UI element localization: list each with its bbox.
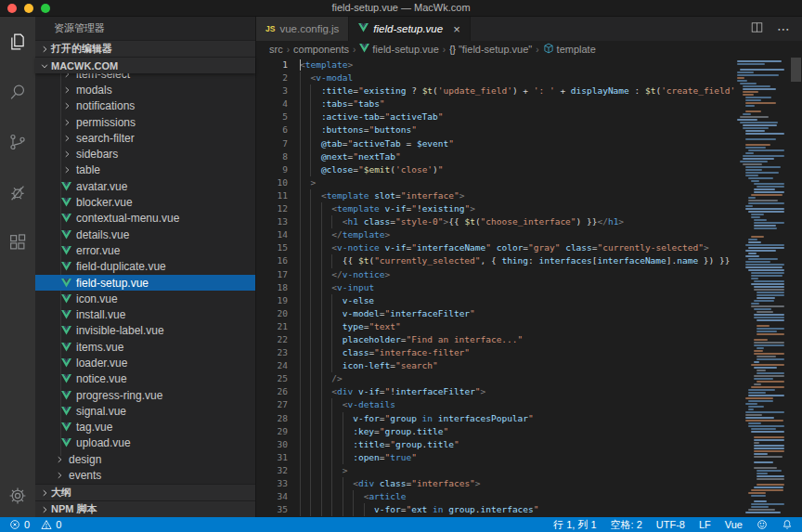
- code-line[interactable]: 27 <v-details: [256, 398, 734, 411]
- indent-guide: [331, 254, 332, 267]
- extensions-icon[interactable]: [0, 217, 35, 267]
- code-line[interactable]: 20 v-model="interfaceFilter": [256, 307, 734, 320]
- code-line[interactable]: 24 icon-left="search": [256, 359, 734, 372]
- tree-folder-design[interactable]: design: [35, 451, 255, 467]
- tree-file-signal.vue[interactable]: signal.vue: [35, 403, 255, 419]
- code-line[interactable]: 30 :title="group.title": [256, 438, 734, 451]
- explorer-icon[interactable]: [0, 17, 35, 67]
- tree-folder-notifications[interactable]: notifications: [35, 98, 255, 114]
- status-eol[interactable]: LF: [699, 519, 711, 530]
- code-line[interactable]: 9 @close="$emit('close')": [256, 163, 734, 176]
- code-line[interactable]: 13 <h1 class="style-0">{{ $t("choose_int…: [256, 215, 734, 228]
- breadcrumb-item--field-setup-vue-[interactable]: {}"field-setup.vue": [449, 44, 532, 55]
- workspace-root-section[interactable]: MACWK.COM: [35, 57, 255, 73]
- tree-file-field-duplicate.vue[interactable]: field-duplicate.vue: [35, 259, 255, 275]
- tree-file-details.vue[interactable]: details.vue: [35, 227, 255, 242]
- code-line[interactable]: 16 {{ $t("currently_selected", { thing: …: [256, 254, 734, 267]
- minimap[interactable]: [734, 58, 790, 517]
- tree-file-install.vue[interactable]: install.vue: [35, 306, 255, 322]
- tree-folder-item-select[interactable]: item-select: [35, 73, 255, 82]
- code-line[interactable]: 34 <article: [256, 490, 734, 503]
- code-line[interactable]: 21 type="text": [256, 320, 734, 333]
- tree-folder-table[interactable]: table: [35, 162, 255, 178]
- tree-folder-search-filter[interactable]: search-filter: [35, 130, 255, 146]
- tree-file-invisible-label.vue[interactable]: invisible-label.vue: [35, 323, 255, 339]
- code-line[interactable]: 26 <div v-if="!interfaceFilter">: [256, 385, 734, 398]
- code-line[interactable]: 14 </template>: [256, 228, 734, 241]
- code-line[interactable]: 28 v-for="group in interfacesPopular": [256, 412, 734, 425]
- breadcrumb-item-template[interactable]: template: [543, 43, 596, 56]
- tree-file-blocker.vue[interactable]: blocker.vue: [35, 194, 255, 210]
- code-line[interactable]: 29 :key="group.title": [256, 425, 734, 438]
- code-line[interactable]: 15 <v-notice v-if="interfaceName" color=…: [256, 241, 734, 254]
- npm-scripts-section[interactable]: NPM 脚本: [35, 500, 255, 517]
- code-line[interactable]: 18 <v-input: [256, 281, 734, 294]
- code-line[interactable]: 23 class="interface-filter": [256, 346, 734, 359]
- indent-guide: [300, 202, 301, 215]
- split-editor-icon[interactable]: [750, 20, 764, 38]
- code-line[interactable]: 1<template>: [256, 58, 734, 71]
- code-line[interactable]: 22 placeholder="Find an interface...": [256, 333, 734, 346]
- code-line[interactable]: 7 @tab="activeTab = $event": [256, 137, 734, 150]
- code-line[interactable]: 6 :buttons="buttons": [256, 123, 734, 136]
- code-line[interactable]: 4 :tabs="tabs": [256, 97, 734, 110]
- breadcrumb-item-components[interactable]: components: [293, 44, 349, 55]
- open-editors-section[interactable]: 打开的编辑器: [35, 40, 255, 57]
- code-line[interactable]: 2 <v-modal: [256, 71, 734, 84]
- search-icon[interactable]: [0, 67, 35, 117]
- indent-guide: [300, 150, 301, 163]
- tree-file-upload.vue[interactable]: upload.vue: [35, 435, 255, 451]
- tree-file-notice.vue[interactable]: notice.vue: [35, 371, 255, 387]
- run-debug-icon[interactable]: [0, 167, 35, 217]
- tree-file-items.vue[interactable]: items.vue: [35, 339, 255, 355]
- outline-section[interactable]: 大纲: [35, 484, 255, 500]
- code-line[interactable]: 3 :title="existing ? $t('update_field') …: [256, 84, 734, 97]
- status-language-mode[interactable]: Vue: [725, 519, 743, 530]
- code-line[interactable]: 17 </v-notice>: [256, 268, 734, 281]
- code-line[interactable]: 31 :open="true": [256, 451, 734, 464]
- code-line[interactable]: 33 <div class="interfaces">: [256, 477, 734, 490]
- more-actions-icon[interactable]: ⋯: [777, 21, 791, 36]
- tree-file-progress-ring.vue[interactable]: progress-ring.vue: [35, 387, 255, 403]
- tree-file-contextual-menu.vue[interactable]: contextual-menu.vue: [35, 211, 255, 227]
- code-line[interactable]: 5 :active-tab="activeTab": [256, 110, 734, 123]
- tree-file-tag.vue[interactable]: tag.vue: [35, 420, 255, 435]
- status-cursor-position[interactable]: 行 1, 列 1: [553, 518, 596, 532]
- breadcrumb-item-field-setup-vue[interactable]: field-setup.vue: [359, 44, 439, 55]
- code-line[interactable]: 11 <template slot="interface">: [256, 189, 734, 202]
- tree-file-field-setup.vue[interactable]: field-setup.vue: [35, 275, 255, 291]
- tree-folder-modals[interactable]: modals: [35, 82, 255, 97]
- zoom-window-button[interactable]: [41, 4, 50, 13]
- code-line[interactable]: 35 v-for="ext in group.interfaces": [256, 503, 734, 516]
- tree-file-avatar.vue[interactable]: avatar.vue: [35, 178, 255, 194]
- tree-folder-permissions[interactable]: permissions: [35, 114, 255, 130]
- close-icon[interactable]: ×: [453, 23, 460, 35]
- scrollbar-thumb[interactable]: [791, 58, 801, 82]
- indent-guide: [343, 477, 343, 490]
- tree-file-loader.vue[interactable]: loader.vue: [35, 355, 255, 370]
- indent-guide: [343, 451, 343, 464]
- code-line[interactable]: 10 >: [256, 176, 734, 189]
- breadcrumb-item-src[interactable]: src: [269, 44, 283, 55]
- tree-folder-sidebars[interactable]: sidebars: [35, 146, 255, 162]
- code-line[interactable]: 8 @next="nextTab": [256, 150, 734, 163]
- close-window-button[interactable]: [7, 4, 17, 13]
- notifications-bell-icon[interactable]: [782, 519, 793, 530]
- feedback-smiley-icon[interactable]: [757, 519, 768, 530]
- tree-file-icon.vue[interactable]: icon.vue: [35, 291, 255, 306]
- status-encoding[interactable]: UTF-8: [656, 519, 685, 530]
- indent-guide: [331, 503, 332, 516]
- tree-folder-events[interactable]: events: [35, 467, 255, 483]
- tab-vue-config-js[interactable]: JSvue.config.js: [256, 17, 349, 41]
- code-line[interactable]: 12 <template v-if="!existing">: [256, 202, 734, 215]
- code-line[interactable]: 25 />: [256, 372, 734, 385]
- tree-file-error.vue[interactable]: error.vue: [35, 242, 255, 258]
- settings-gear-icon[interactable]: [0, 474, 35, 517]
- source-control-icon[interactable]: [0, 117, 35, 167]
- minimize-window-button[interactable]: [24, 4, 33, 13]
- status-indentation[interactable]: 空格: 2: [611, 518, 642, 532]
- code-line[interactable]: 19 v-else: [256, 294, 734, 307]
- tab-field-setup-vue[interactable]: field-setup.vue×: [349, 17, 470, 41]
- problems-indicator[interactable]: 0 0: [9, 519, 61, 530]
- code-line[interactable]: 32 >: [256, 464, 734, 477]
